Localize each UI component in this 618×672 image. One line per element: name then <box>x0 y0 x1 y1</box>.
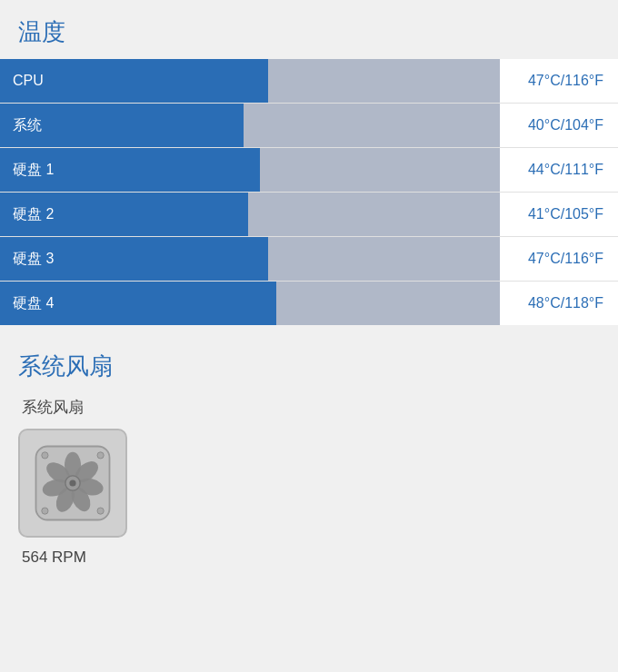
svg-point-14 <box>42 508 48 514</box>
temp-bar-container: 硬盘 2 <box>0 193 500 236</box>
temperature-row: 系统 40°C/104°F <box>0 104 618 148</box>
temp-bar-container: 硬盘 1 <box>0 148 500 192</box>
temp-bar-fill <box>100 104 244 147</box>
temp-bar-track <box>100 59 500 103</box>
temp-bar-track <box>100 104 500 147</box>
temp-row-value: 47°C/116°F <box>500 251 618 267</box>
fan-rpm: 564 RPM <box>18 548 600 567</box>
temp-bar-fill <box>100 148 260 192</box>
temp-bar-container: 硬盘 3 <box>0 237 500 281</box>
temperature-section: 温度 CPU 47°C/116°F 系统 40°C/104°F 硬盘 1 <box>0 0 618 325</box>
svg-point-15 <box>97 508 104 514</box>
fan-card: 系统风扇 <box>0 397 618 567</box>
temp-row-value: 40°C/104°F <box>500 117 618 133</box>
temperature-table: CPU 47°C/116°F 系统 40°C/104°F 硬盘 1 <box>0 59 618 325</box>
temperature-row: 硬盘 1 44°C/111°F <box>0 148 618 193</box>
temp-bar-fill <box>100 237 268 281</box>
temp-bar-fill <box>100 282 276 325</box>
temperature-row: 硬盘 2 41°C/105°F <box>0 193 618 237</box>
temp-bar-track <box>100 237 500 281</box>
fan-item-label: 系统风扇 <box>18 397 600 418</box>
temp-bar-container: CPU <box>0 59 500 103</box>
temp-row-label: 系统 <box>0 104 100 147</box>
svg-point-12 <box>42 452 48 459</box>
temp-row-label: 硬盘 1 <box>0 148 100 192</box>
temp-bar-fill <box>100 59 268 103</box>
temp-bar-container: 系统 <box>0 104 500 147</box>
temp-row-value: 47°C/116°F <box>500 73 618 89</box>
svg-point-13 <box>97 452 104 459</box>
temp-row-value: 44°C/111°F <box>500 162 618 178</box>
fan-svg <box>32 442 114 524</box>
fan-section: 系统风扇 系统风扇 <box>0 325 618 585</box>
fan-icon <box>18 429 127 538</box>
temp-bar-track <box>100 148 500 192</box>
temperature-row: 硬盘 3 47°C/116°F <box>0 237 618 282</box>
svg-point-11 <box>69 479 75 486</box>
temp-bar-track <box>100 282 500 325</box>
temperature-row: CPU 47°C/116°F <box>0 59 618 104</box>
temp-row-value: 41°C/105°F <box>500 206 618 222</box>
temp-row-value: 48°C/118°F <box>500 295 618 311</box>
temp-bar-track <box>100 193 500 236</box>
temperature-title: 温度 <box>0 0 618 59</box>
temp-bar-fill <box>100 193 248 236</box>
temp-row-label: 硬盘 2 <box>0 193 100 236</box>
temp-row-label: 硬盘 3 <box>0 237 100 281</box>
temperature-row: 硬盘 4 48°C/118°F <box>0 282 618 325</box>
fan-section-title: 系统风扇 <box>0 334 618 397</box>
temp-row-label: 硬盘 4 <box>0 282 100 325</box>
temp-bar-container: 硬盘 4 <box>0 282 500 325</box>
temp-row-label: CPU <box>0 59 100 103</box>
